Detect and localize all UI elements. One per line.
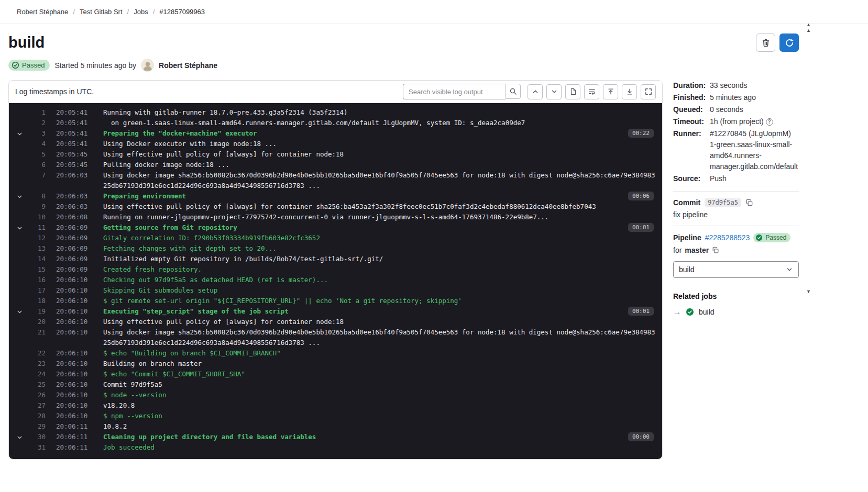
log-line-number[interactable]: 4 <box>27 139 46 149</box>
log-line-number[interactable]: 11 <box>27 222 46 233</box>
collapse-section-icon[interactable] <box>12 421 27 432</box>
related-job-item[interactable]: → build <box>673 307 799 316</box>
collapse-section-icon[interactable] <box>12 264 27 275</box>
job-sidebar: Duration: 33 seconds Finished: 5 minutes… <box>673 80 799 316</box>
collapse-section-icon[interactable] <box>12 233 27 243</box>
fullscreen-button[interactable] <box>641 84 656 99</box>
collapse-section-icon[interactable] <box>12 149 27 160</box>
collapse-section-icon[interactable] <box>12 327 27 338</box>
wrap-lines-button[interactable] <box>584 84 599 99</box>
retry-job-button[interactable] <box>779 33 799 52</box>
log-line-number[interactable]: 20 <box>27 317 46 327</box>
log-line-number[interactable]: 1 <box>27 107 46 118</box>
collapse-section-icon[interactable] <box>12 285 27 296</box>
log-line-number[interactable]: 12 <box>27 233 46 243</box>
collapse-section-icon[interactable] <box>12 160 27 170</box>
collapse-section-icon[interactable] <box>12 118 27 128</box>
stage-dropdown[interactable]: build <box>673 261 799 278</box>
raw-log-button[interactable] <box>565 84 580 99</box>
log-line-number[interactable]: 25 <box>27 379 46 390</box>
collapse-section-icon[interactable] <box>12 107 27 118</box>
log-line-number[interactable]: 26 <box>27 390 46 400</box>
search-prev-button[interactable] <box>528 84 543 99</box>
breadcrumb-item[interactable]: Jobs <box>123 8 148 16</box>
log-search-input[interactable] <box>403 84 506 99</box>
copy-commit-button[interactable] <box>745 199 753 207</box>
collapse-section-icon[interactable] <box>12 411 27 421</box>
log-line-number[interactable]: 2 <box>27 118 46 128</box>
log-line-number[interactable]: 19 <box>27 306 46 317</box>
log-line-number[interactable]: 23 <box>27 359 46 369</box>
author-link[interactable]: Robert Stéphane <box>159 61 217 70</box>
log-line-number[interactable]: 13 <box>27 243 46 254</box>
related-job-link[interactable]: build <box>699 308 715 316</box>
log-line-number[interactable]: 15 <box>27 264 46 275</box>
collapse-section-icon[interactable] <box>12 243 27 254</box>
copy-ref-button[interactable] <box>712 247 719 254</box>
collapse-section-icon[interactable] <box>12 432 27 442</box>
ref-link[interactable]: master <box>685 246 709 254</box>
commit-message[interactable]: fix pipeline <box>673 210 799 219</box>
collapse-section-icon[interactable] <box>12 296 27 306</box>
collapse-section-icon[interactable] <box>12 222 27 233</box>
collapse-section-icon[interactable] <box>12 379 27 390</box>
log-text: $ echo "Building on branch $CI_COMMIT_BR… <box>103 348 658 359</box>
log-line-number[interactable]: 9 <box>27 202 46 212</box>
log-line-number[interactable]: 28 <box>27 411 46 421</box>
log-line-number[interactable]: 24 <box>27 369 46 379</box>
collapse-section-icon[interactable] <box>12 275 27 285</box>
collapse-section-icon[interactable] <box>12 317 27 327</box>
log-line-number[interactable]: 29 <box>27 421 46 432</box>
log-line-number[interactable]: 27 <box>27 400 46 411</box>
collapse-section-icon[interactable] <box>12 442 27 453</box>
search-next-button[interactable] <box>546 84 562 99</box>
collapse-section-icon[interactable] <box>12 212 27 222</box>
scroll-up-icon[interactable]: ▲ <box>806 22 811 27</box>
log-line-number[interactable]: 6 <box>27 160 46 170</box>
log-line-number[interactable]: 5 <box>27 149 46 160</box>
timeout-help-icon[interactable]: ? <box>766 118 773 126</box>
log-line-number[interactable]: 10 <box>27 212 46 222</box>
job-log[interactable]: 1 20:05:41 Running with gitlab-runner 18… <box>9 103 662 459</box>
log-line-number[interactable]: 30 <box>27 432 46 442</box>
collapse-section-icon[interactable] <box>12 306 27 317</box>
pipeline-link[interactable]: #2285288523 <box>705 233 750 242</box>
collapse-section-icon[interactable] <box>12 254 27 264</box>
collapse-section-icon[interactable] <box>12 128 27 139</box>
log-text: Job succeeded <box>103 442 658 453</box>
log-line-number[interactable]: 3 <box>27 128 46 139</box>
log-line-number[interactable]: 16 <box>27 275 46 285</box>
log-line: 8 20:06:03 Preparing environment 00:06 <box>9 191 662 202</box>
collapse-section-icon[interactable] <box>12 400 27 411</box>
collapse-section-icon[interactable] <box>12 390 27 400</box>
current-job-arrow-icon: → <box>673 307 681 316</box>
collapse-section-icon[interactable] <box>12 348 27 359</box>
collapse-section-icon[interactable] <box>12 139 27 149</box>
log-line-number[interactable]: 14 <box>27 254 46 264</box>
search-button[interactable] <box>506 84 521 99</box>
log-line-number[interactable]: 18 <box>27 296 46 306</box>
scroll-up-icon[interactable]: ▲ <box>806 28 811 33</box>
commit-sha-chip[interactable]: 97d9f5a5 <box>705 198 741 207</box>
collapse-section-icon[interactable] <box>12 202 27 212</box>
erase-job-log-button[interactable] <box>756 33 775 52</box>
breadcrumb-item[interactable]: Robert Stéphane <box>17 8 68 16</box>
collapse-section-icon[interactable] <box>12 170 27 181</box>
breadcrumb-item[interactable]: Test Gitlab Srt <box>68 8 122 16</box>
collapse-section-icon[interactable] <box>12 359 27 369</box>
check-circle-icon <box>755 234 763 241</box>
avatar[interactable] <box>141 59 154 72</box>
log-line-number[interactable]: 7 <box>27 170 46 181</box>
scroll-bottom-button[interactable] <box>622 84 637 99</box>
scroll-down-icon[interactable]: ▼ <box>806 289 811 294</box>
log-line-number[interactable]: 8 <box>27 191 46 202</box>
scroll-top-button[interactable] <box>603 84 618 99</box>
log-line: 16 20:06:10 Checking out 97d9f5a5 as det… <box>9 275 662 285</box>
log-line-number[interactable]: 17 <box>27 285 46 296</box>
log-line-number[interactable]: 21 <box>27 327 46 338</box>
collapse-section-icon[interactable] <box>12 369 27 379</box>
log-line-number[interactable]: 31 <box>27 442 46 453</box>
breadcrumb-item[interactable]: #12857099963 <box>148 8 205 16</box>
collapse-section-icon[interactable] <box>12 191 27 202</box>
log-line-number[interactable]: 22 <box>27 348 46 359</box>
